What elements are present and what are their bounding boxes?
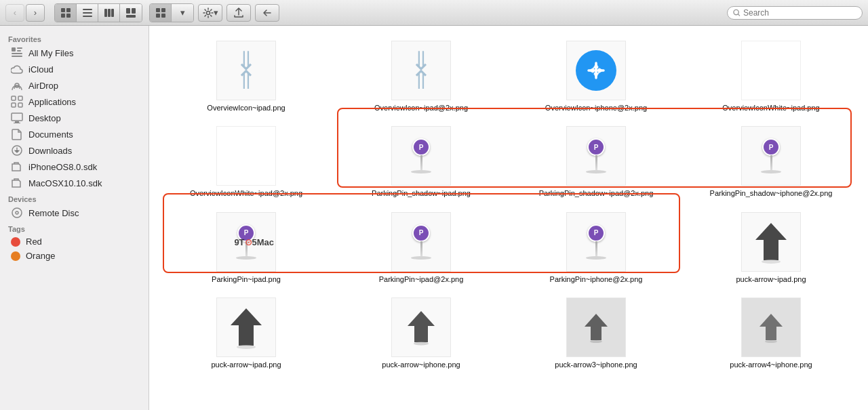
svg-rect-0: [61, 8, 65, 12]
file-label-f9: ParkingPin~ipad.png: [212, 274, 281, 284]
file-item-f15[interactable]: puck-arrow3~iphone.png: [510, 293, 682, 373]
documents-icon: [11, 128, 23, 140]
svg-rect-10: [126, 8, 130, 14]
iphoneos-icon: [11, 161, 23, 173]
search-box[interactable]: [727, 6, 863, 20]
airdrop-icon: [11, 79, 23, 91]
file-item-f14[interactable]: puck-arrow~iphone.png: [335, 293, 507, 373]
svg-marker-43: [760, 314, 783, 340]
search-input[interactable]: [743, 8, 856, 18]
sidebar-item-orange[interactable]: Orange: [3, 249, 146, 263]
red-label: Red: [26, 237, 42, 247]
file-thumb-f12: [741, 212, 801, 272]
file-item-f6[interactable]: P ParkingPin_shadow~ipad.png: [335, 122, 507, 202]
file-item-f4[interactable]: OverviewIconWhite~ipad.png: [685, 37, 857, 117]
all-my-files-label: All My Files: [28, 48, 73, 58]
file-item-f12[interactable]: puck-arrow~ipad.png: [685, 208, 857, 288]
sidebar-item-applications[interactable]: Applications: [3, 94, 146, 110]
file-item-f2[interactable]: ⇓ ⇑ OverviewIcon~ipad@2x.png: [335, 37, 507, 117]
sidebar-item-icloud[interactable]: iCloud: [3, 61, 146, 77]
svg-point-34: [16, 211, 18, 214]
svg-rect-15: [156, 14, 160, 18]
svg-rect-13: [156, 8, 160, 12]
file-label-f13: puck-arrow~ipad.png: [211, 360, 281, 369]
file-item-f5[interactable]: OverviewIconWhite~ipad@2x.png: [160, 122, 332, 202]
svg-rect-19: [12, 47, 16, 52]
view-dropdown-button[interactable]: ▾: [172, 4, 193, 22]
all-my-files-icon: [11, 47, 23, 59]
main-area: Favorites All My Files iCloud AirDrop Ap…: [0, 26, 868, 410]
back-button[interactable]: ‹: [5, 4, 24, 22]
forward-button[interactable]: ›: [26, 4, 45, 22]
content-grid-wrapper: ⇓ ⇑ OverviewIcon~ipad.png ⇓ ⇑ OverviewIc…: [160, 37, 857, 373]
svg-rect-11: [132, 8, 136, 14]
file-item-f7[interactable]: P ParkingPin_shadow~ipad@2x.png: [510, 122, 682, 202]
file-item-f3[interactable]: OverviewIcon~iphone@2x.png: [510, 37, 682, 117]
icon-view-button[interactable]: [55, 4, 77, 22]
file-thumb-f7: P: [566, 126, 626, 186]
file-thumb-f14: [391, 298, 451, 357]
sidebar-item-all-my-files[interactable]: All My Files: [3, 45, 146, 61]
file-label-f6: ParkingPin_shadow~ipad.png: [372, 188, 471, 198]
file-item-f10[interactable]: P ParkingPin~ipad@2x.png: [335, 208, 507, 288]
svg-point-18: [734, 9, 738, 14]
svg-rect-29: [12, 113, 22, 121]
svg-rect-12: [126, 15, 136, 18]
search-icon: [733, 9, 741, 17]
list-view-button[interactable]: [77, 4, 98, 22]
icloud-label: iCloud: [28, 64, 54, 75]
macosx-label: MacOSX10.10.sdk: [28, 178, 102, 188]
desktop-label: Desktop: [28, 113, 61, 123]
icloud-icon: [11, 63, 23, 75]
file-item-f11[interactable]: P ParkingPin~iphone@2x.png: [510, 208, 682, 288]
favorites-header: Favorites: [0, 31, 149, 45]
svg-rect-16: [161, 14, 165, 18]
svg-rect-2: [61, 14, 65, 18]
file-item-f1[interactable]: ⇓ ⇑ OverviewIcon~ipad.png: [160, 37, 332, 117]
svg-rect-1: [66, 8, 71, 12]
svg-rect-5: [83, 12, 92, 14]
downloads-label: Downloads: [28, 146, 72, 156]
red-tag-dot: [11, 237, 20, 247]
file-item-f9[interactable]: P 9T⊙5Mac ParkingPin~ipad.png: [160, 208, 332, 288]
svg-rect-7: [104, 9, 107, 17]
cover-view-button[interactable]: [120, 4, 142, 22]
svg-rect-6: [83, 16, 92, 17]
sidebar-item-documents[interactable]: Documents: [3, 126, 146, 142]
sidebar-item-macosx[interactable]: MacOSX10.10.sdk: [3, 175, 146, 191]
svg-marker-41: [585, 314, 608, 340]
applications-icon: [11, 96, 23, 108]
share-button[interactable]: [226, 4, 251, 22]
file-label-f10: ParkingPin~ipad@2x.png: [379, 274, 464, 284]
disc-icon: [11, 207, 23, 219]
svg-marker-35: [755, 223, 787, 260]
file-item-f8[interactable]: P ParkingPin_shadow~iphone@2x.png: [685, 122, 857, 202]
file-grid: ⇓ ⇑ OverviewIcon~ipad.png ⇓ ⇑ OverviewIc…: [160, 37, 857, 373]
column-view-button[interactable]: [98, 4, 120, 22]
svg-rect-25: [12, 96, 16, 100]
svg-rect-4: [83, 9, 92, 10]
svg-point-40: [414, 342, 429, 346]
file-item-f13[interactable]: puck-arrow~ipad.png: [160, 293, 332, 373]
svg-rect-20: [17, 47, 22, 49]
svg-rect-23: [12, 56, 22, 57]
svg-rect-3: [66, 14, 71, 18]
gear-button[interactable]: ▾: [198, 4, 222, 22]
iphoneos-label: iPhoneOS8.0.sdk: [28, 162, 97, 172]
sidebar-item-iphoneos[interactable]: iPhoneOS8.0.sdk: [3, 159, 146, 175]
file-thumb-f13: [216, 298, 276, 357]
file-thumb-f8: P: [741, 126, 801, 186]
svg-point-36: [762, 260, 781, 264]
sidebar-item-desktop[interactable]: Desktop: [3, 110, 146, 126]
svg-marker-39: [408, 311, 435, 342]
svg-point-38: [237, 345, 256, 349]
sidebar-item-downloads[interactable]: Downloads: [3, 142, 146, 159]
view-buttons: [54, 3, 142, 22]
file-item-f16[interactable]: puck-arrow4~iphone.png: [685, 293, 857, 373]
sidebar-item-red[interactable]: Red: [3, 234, 146, 249]
grid-view-button[interactable]: [150, 4, 172, 22]
nav-back-button[interactable]: [255, 4, 279, 22]
sidebar-item-airdrop[interactable]: AirDrop: [3, 77, 146, 94]
view-dropdown-group: ▾: [149, 3, 194, 22]
sidebar-item-remote-disc[interactable]: Remote Disc: [3, 205, 146, 221]
